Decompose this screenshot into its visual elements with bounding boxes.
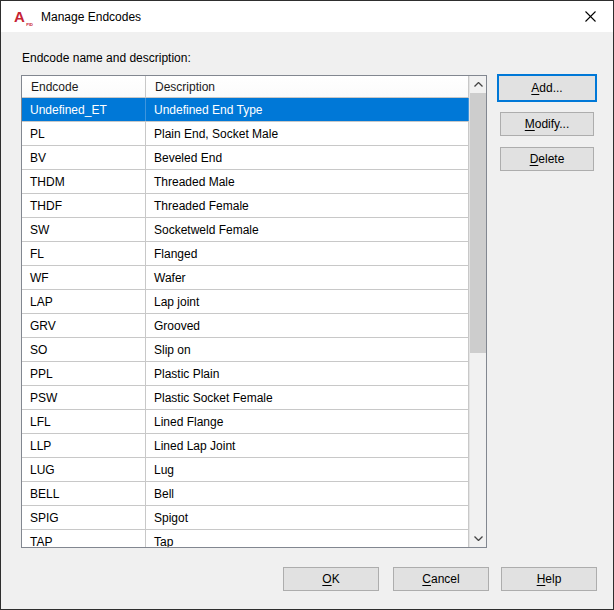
- table-row[interactable]: LUGLug: [22, 458, 469, 482]
- scrollbar-thumb[interactable]: [470, 93, 487, 353]
- endcode-table-body: Undefined_ETUndefined End TypePLPlain En…: [22, 98, 469, 547]
- table-caption-label: Endcode name and description:: [22, 51, 191, 65]
- endcode-cell: BV: [22, 146, 146, 169]
- autocad-pid-icon: A PID: [14, 8, 32, 25]
- table-row[interactable]: THDFThreaded Female: [22, 194, 469, 218]
- modify-button[interactable]: Modify...: [500, 112, 594, 136]
- endcode-cell: FL: [22, 242, 146, 265]
- endcode-cell: PL: [22, 122, 146, 145]
- description-cell: Plastic Plain: [146, 362, 469, 385]
- autocad-pid-subtext: PID: [26, 22, 33, 27]
- table-row[interactable]: SWSocketweld Female: [22, 218, 469, 242]
- table-row[interactable]: Undefined_ETUndefined End Type: [22, 98, 469, 122]
- description-cell: Beveled End: [146, 146, 469, 169]
- description-cell: Threaded Female: [146, 194, 469, 217]
- endcode-cell: Undefined_ET: [22, 98, 146, 121]
- add-button[interactable]: Add...: [497, 74, 597, 102]
- description-cell: Flanged: [146, 242, 469, 265]
- table-row[interactable]: GRVGrooved: [22, 314, 469, 338]
- endcode-cell: SO: [22, 338, 146, 361]
- table-row[interactable]: PLPlain End, Socket Male: [22, 122, 469, 146]
- manage-endcodes-dialog: A PID Manage Endcodes Endcode name and d…: [0, 0, 614, 610]
- endcode-table-content: Endcode Description Undefined_ETUndefine…: [22, 76, 469, 547]
- description-cell: Lined Lap Joint: [146, 434, 469, 457]
- description-cell: Plain End, Socket Male: [146, 122, 469, 145]
- endcode-cell: PSW: [22, 386, 146, 409]
- description-cell: Spigot: [146, 506, 469, 529]
- scroll-up-button[interactable]: [470, 76, 487, 93]
- table-row[interactable]: LLPLined Lap Joint: [22, 434, 469, 458]
- column-header-endcode[interactable]: Endcode: [22, 76, 146, 97]
- window-title: Manage Endcodes: [41, 10, 141, 24]
- table-row[interactable]: THDMThreaded Male: [22, 170, 469, 194]
- table-row[interactable]: FLFlanged: [22, 242, 469, 266]
- table-row[interactable]: PPLPlastic Plain: [22, 362, 469, 386]
- ok-button[interactable]: OK: [283, 567, 379, 591]
- endcode-cell: LFL: [22, 410, 146, 433]
- description-cell: Slip on: [146, 338, 469, 361]
- endcode-cell: THDM: [22, 170, 146, 193]
- table-row[interactable]: WFWafer: [22, 266, 469, 290]
- description-cell: Lap joint: [146, 290, 469, 313]
- table-row[interactable]: SPIGSpigot: [22, 506, 469, 530]
- help-button[interactable]: Help: [501, 567, 597, 591]
- description-cell: Tap: [146, 530, 469, 547]
- table-row[interactable]: PSWPlastic Socket Female: [22, 386, 469, 410]
- description-cell: Undefined End Type: [146, 98, 469, 121]
- autocad-a-glyph: A: [14, 8, 25, 25]
- column-header-description[interactable]: Description: [146, 76, 469, 97]
- description-cell: Plastic Socket Female: [146, 386, 469, 409]
- description-cell: Lug: [146, 458, 469, 481]
- table-row[interactable]: SOSlip on: [22, 338, 469, 362]
- description-cell: Wafer: [146, 266, 469, 289]
- endcode-table: Endcode Description Undefined_ETUndefine…: [21, 75, 487, 548]
- endcode-cell: SPIG: [22, 506, 146, 529]
- description-cell: Socketweld Female: [146, 218, 469, 241]
- endcode-cell: GRV: [22, 314, 146, 337]
- table-row[interactable]: BVBeveled End: [22, 146, 469, 170]
- table-row[interactable]: BELLBell: [22, 482, 469, 506]
- cancel-button[interactable]: Cancel: [393, 567, 489, 591]
- endcode-cell: THDF: [22, 194, 146, 217]
- table-row[interactable]: LAPLap joint: [22, 290, 469, 314]
- endcode-cell: LUG: [22, 458, 146, 481]
- chevron-up-icon: [474, 82, 483, 87]
- description-cell: Lined Flange: [146, 410, 469, 433]
- endcode-cell: SW: [22, 218, 146, 241]
- scroll-down-button[interactable]: [470, 530, 487, 547]
- description-cell: Grooved: [146, 314, 469, 337]
- chevron-down-icon: [474, 536, 483, 541]
- description-cell: Bell: [146, 482, 469, 505]
- description-cell: Threaded Male: [146, 170, 469, 193]
- endcode-cell: BELL: [22, 482, 146, 505]
- endcode-cell: WF: [22, 266, 146, 289]
- close-button[interactable]: [568, 1, 613, 32]
- close-icon: [585, 11, 596, 22]
- vertical-scrollbar[interactable]: [469, 76, 486, 547]
- endcode-cell: LAP: [22, 290, 146, 313]
- table-row[interactable]: LFLLined Flange: [22, 410, 469, 434]
- endcode-cell: PPL: [22, 362, 146, 385]
- endcode-cell: LLP: [22, 434, 146, 457]
- table-header-row: Endcode Description: [22, 76, 469, 98]
- title-bar: A PID Manage Endcodes: [1, 1, 613, 32]
- table-row[interactable]: TAPTap: [22, 530, 469, 547]
- endcode-cell: TAP: [22, 530, 146, 547]
- delete-button[interactable]: Delete: [500, 147, 594, 171]
